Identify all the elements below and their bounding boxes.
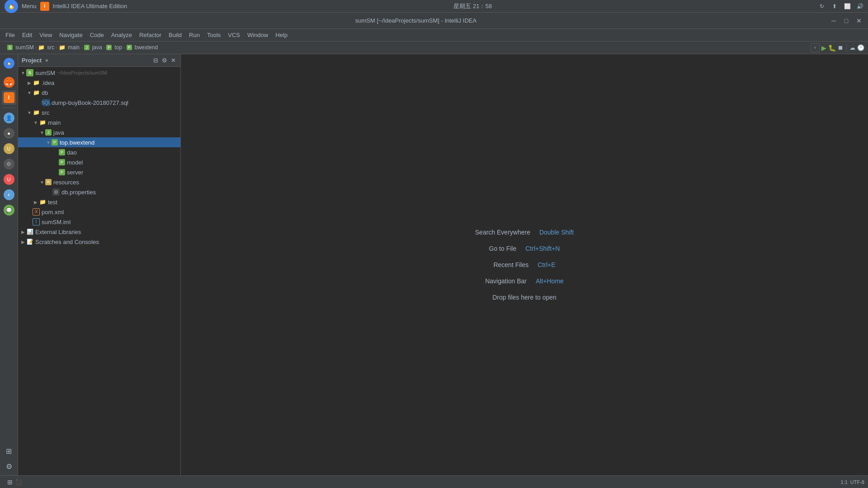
close-button[interactable]: ✕ [854,15,864,26]
sidebar-icon-user1[interactable]: 👤 [2,111,16,125]
menu-build[interactable]: Build [165,30,185,40]
stop-button[interactable]: ⏹ [838,44,844,51]
tree-item-dump[interactable]: ▶ SQL dump-buyBook-20180727.sql [18,98,180,108]
sidebar-icon-chrome[interactable] [2,56,16,70]
main-label: main [48,119,61,126]
sql-file-icon: SQL [42,99,50,106]
arrow-scratches: ▶ [20,239,26,244]
package-dao-icon: P [59,149,65,155]
title-bar: sumSM [~/IdeaProjects/sumSM] - IntelliJ … [0,13,868,29]
sidebar-icon-dot[interactable]: ● [2,126,16,141]
update-button[interactable]: ☁ [849,44,855,51]
hint-navigation-bar: Navigation Bar Alt+Home [485,277,564,285]
run-config-dropdown[interactable]: ▼ [811,43,820,52]
sidebar-icon-chat[interactable]: 💬 [2,203,16,217]
menu-vcs[interactable]: VCS [224,30,244,40]
collapse-all-icon[interactable]: ⊟ [152,56,159,65]
tree-item-top-bwextend[interactable]: ▼ P top.bwextend [18,137,180,147]
folder-idea-icon: 📁 [33,79,40,86]
sidebar-icon-blue[interactable]: + [2,188,16,202]
tree-item-db[interactable]: ▼ 📁 db [18,88,180,98]
tree-item-server[interactable]: ▶ P server [18,167,180,177]
menu-refactor[interactable]: Refactor [136,30,165,40]
sidebar-icon-user3[interactable]: U [2,172,16,187]
src-label: src [42,109,49,116]
sep5: › [123,45,125,50]
menu-analyze[interactable]: Analyze [108,30,136,40]
tree-item-db-properties[interactable]: ▶ ⚙ db.properties [18,187,180,197]
resources-label: resources [53,179,79,186]
settings-icon[interactable]: ⚙ [161,56,168,65]
tree-item-model[interactable]: ▶ P model [18,157,180,167]
menu-window[interactable]: Window [244,30,272,40]
sidebar-icon-apps[interactable]: ⊞ [2,444,16,458]
sidebar-icon-firefox[interactable]: 🦊 [2,75,16,89]
tree-item-resources[interactable]: ▼ R resources [18,177,180,187]
menu-bar: File Edit View Navigate Code Analyze Ref… [0,29,868,42]
breadcrumb-src[interactable]: 📁 src [38,44,54,51]
project-tree: ▼ S sumSM ~/IdeaProjects/sumSM ▶ 📁 .idea… [18,67,180,475]
refresh-icon[interactable]: ↻ [818,3,826,10]
history-button[interactable]: 🕐 [857,44,864,51]
ext-libs-label: External Libraries [35,229,81,235]
tree-item-dao[interactable]: ▶ P dao [18,147,180,157]
db-properties-label: db.properties [61,189,96,196]
tree-item-java[interactable]: ▼ J java [18,127,180,137]
scratches-icon: 📝 [26,238,33,245]
run-button[interactable]: ▶ [821,44,826,52]
sidebar-icon-intellij[interactable]: I [2,90,16,105]
package-server-icon: P [59,169,65,175]
upload-icon[interactable]: ⬆ [831,3,838,10]
tree-item-src[interactable]: ▼ 📁 src [18,108,180,117]
tree-item-ext-libs[interactable]: ▶ 📊 External Libraries [18,227,180,237]
project-header: Project ▼ ⊟ ⚙ ✕ [18,54,180,67]
volume-icon[interactable]: 🔊 [856,3,863,10]
tree-item-scratches[interactable]: ▶ 📝 Scratches and Consoles [18,237,180,247]
system-bar-left: Menu I IntelliJ IDEA Ultimate Edition [5,0,127,13]
debug-button[interactable]: 🐛 [828,44,836,52]
folder-src-icon: 📁 [33,109,40,116]
system-bar: Menu I IntelliJ IDEA Ultimate Edition 星期… [0,0,868,13]
separator [846,44,847,52]
bottom-bar: ⊞ ⬛ 1:1 UTF-8 [0,475,868,488]
breadcrumb-top[interactable]: P top [106,44,122,51]
tree-item-root[interactable]: ▼ S sumSM ~/IdeaProjects/sumSM [18,68,180,78]
menu-edit[interactable]: Edit [19,30,36,40]
tree-item-iml[interactable]: ▶ I sumSM.iml [18,217,180,227]
breadcrumb-main[interactable]: 📁 main [59,44,80,51]
bottom-panel-icon[interactable]: ⊞ [7,479,13,486]
sidebar-icon-settings[interactable]: ⚙ [2,459,16,474]
arrow-root: ▼ [20,70,26,75]
breadcrumb-java[interactable]: J java [84,44,102,51]
sidebar-icon-user2[interactable]: U [2,141,16,156]
tree-item-test[interactable]: ▶ 📁 test [18,197,180,207]
project-dropdown-arrow[interactable]: ▼ [44,58,49,63]
window-title: sumSM [~/IdeaProjects/sumSM] - IntelliJ … [4,17,828,24]
chrome-icon[interactable] [5,0,18,13]
close-panel-icon[interactable]: ✕ [170,56,177,65]
tree-item-idea[interactable]: ▶ 📁 .idea [18,78,180,88]
menu-file[interactable]: File [2,30,19,40]
window-icon[interactable]: ⬜ [844,3,851,10]
breadcrumb-bwextend[interactable]: P bwextend [127,44,158,51]
sidebar-icon-gear[interactable]: ⚙ [2,157,16,171]
tree-item-pom[interactable]: ▶ X pom.xml [18,207,180,217]
menu-help[interactable]: Help [272,30,291,40]
breadcrumb-sumSM[interactable]: S sumSM [7,44,34,51]
menu-label[interactable]: Menu [22,3,37,9]
menu-code[interactable]: Code [86,30,108,40]
arrow-top-bwextend: ▼ [45,140,52,145]
package-top-icon: P [52,139,58,145]
properties-file-icon: ⚙ [52,188,60,196]
bottom-terminal-icon[interactable]: ⬛ [15,479,22,485]
menu-view[interactable]: View [36,30,56,40]
menu-tools[interactable]: Tools [203,30,224,40]
arrow-java: ▼ [39,130,45,135]
menu-run[interactable]: Run [185,30,203,40]
maximize-button[interactable]: □ [841,15,852,26]
menu-navigate[interactable]: Navigate [56,30,86,40]
bottom-right: 1:1 UTF-8 [841,479,864,485]
tree-item-main[interactable]: ▼ 📁 main [18,117,180,127]
dump-label: dump-buyBook-20180727.sql [52,99,128,106]
minimize-button[interactable]: ─ [828,15,839,26]
